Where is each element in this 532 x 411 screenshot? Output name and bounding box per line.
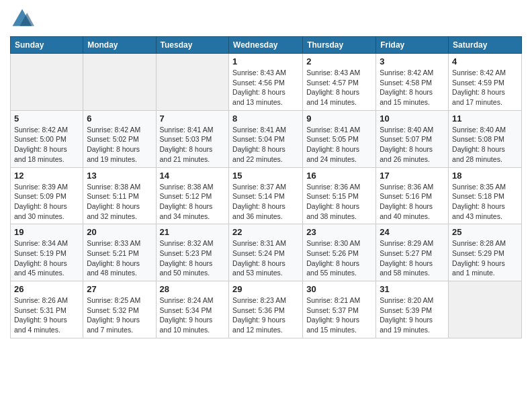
calendar-cell: 3Sunrise: 8:42 AMSunset: 4:58 PMDaylight… xyxy=(376,54,449,111)
calendar-cell: 7Sunrise: 8:41 AMSunset: 5:03 PMDaylight… xyxy=(156,110,229,167)
logo xyxy=(10,7,37,31)
day-number: 25 xyxy=(452,227,518,237)
calendar-cell: 16Sunrise: 8:36 AMSunset: 5:15 PMDayligh… xyxy=(303,167,376,224)
calendar-cell: 22Sunrise: 8:31 AMSunset: 5:24 PMDayligh… xyxy=(229,224,303,281)
calendar-cell: 26Sunrise: 8:26 AMSunset: 5:31 PMDayligh… xyxy=(11,281,83,338)
day-number: 28 xyxy=(160,284,226,294)
logo-icon xyxy=(10,7,34,31)
day-number: 15 xyxy=(232,171,299,181)
calendar-cell: 18Sunrise: 8:35 AMSunset: 5:18 PMDayligh… xyxy=(449,167,522,224)
calendar-cell: 30Sunrise: 8:21 AMSunset: 5:37 PMDayligh… xyxy=(303,281,376,338)
calendar-week-row: 26Sunrise: 8:26 AMSunset: 5:31 PMDayligh… xyxy=(11,281,522,338)
calendar-cell: 19Sunrise: 8:34 AMSunset: 5:19 PMDayligh… xyxy=(11,224,83,281)
calendar-header-sunday: Sunday xyxy=(11,37,83,54)
day-number: 22 xyxy=(232,227,299,237)
calendar-cell: 12Sunrise: 8:39 AMSunset: 5:09 PMDayligh… xyxy=(11,167,83,224)
day-info: Sunrise: 8:41 AMSunset: 5:03 PMDaylight:… xyxy=(160,125,226,165)
calendar-cell: 1Sunrise: 8:43 AMSunset: 4:56 PMDaylight… xyxy=(229,54,303,111)
day-number: 10 xyxy=(380,113,445,124)
calendar-header-monday: Monday xyxy=(83,37,156,54)
calendar-cell: 11Sunrise: 8:40 AMSunset: 5:08 PMDayligh… xyxy=(449,110,522,167)
day-info: Sunrise: 8:42 AMSunset: 5:00 PMDaylight:… xyxy=(14,125,79,165)
day-number: 23 xyxy=(306,227,372,237)
calendar-cell: 15Sunrise: 8:37 AMSunset: 5:14 PMDayligh… xyxy=(229,167,303,224)
calendar-cell: 20Sunrise: 8:33 AMSunset: 5:21 PMDayligh… xyxy=(83,224,156,281)
day-info: Sunrise: 8:42 AMSunset: 4:58 PMDaylight:… xyxy=(380,68,445,107)
calendar: SundayMondayTuesdayWednesdayThursdayFrid… xyxy=(10,36,522,338)
calendar-cell xyxy=(83,54,156,111)
day-number: 29 xyxy=(232,284,299,294)
calendar-week-row: 5Sunrise: 8:42 AMSunset: 5:00 PMDaylight… xyxy=(11,110,522,167)
day-number: 8 xyxy=(232,113,299,124)
calendar-header-row: SundayMondayTuesdayWednesdayThursdayFrid… xyxy=(11,37,522,54)
day-number: 27 xyxy=(87,284,152,294)
calendar-cell: 14Sunrise: 8:38 AMSunset: 5:12 PMDayligh… xyxy=(156,167,229,224)
day-number: 14 xyxy=(160,171,226,181)
day-info: Sunrise: 8:43 AMSunset: 4:57 PMDaylight:… xyxy=(306,68,372,107)
day-number: 20 xyxy=(87,227,152,237)
day-info: Sunrise: 8:24 AMSunset: 5:34 PMDaylight:… xyxy=(160,295,226,335)
calendar-header-friday: Friday xyxy=(376,37,449,54)
day-number: 18 xyxy=(452,171,518,181)
calendar-cell: 24Sunrise: 8:29 AMSunset: 5:27 PMDayligh… xyxy=(376,224,449,281)
day-number: 5 xyxy=(14,113,79,124)
day-number: 17 xyxy=(380,171,445,181)
day-info: Sunrise: 8:31 AMSunset: 5:24 PMDaylight:… xyxy=(232,238,299,278)
day-info: Sunrise: 8:36 AMSunset: 5:16 PMDaylight:… xyxy=(380,182,445,222)
calendar-week-row: 19Sunrise: 8:34 AMSunset: 5:19 PMDayligh… xyxy=(11,224,522,281)
day-number: 12 xyxy=(14,171,79,181)
calendar-cell: 10Sunrise: 8:40 AMSunset: 5:07 PMDayligh… xyxy=(376,110,449,167)
day-info: Sunrise: 8:21 AMSunset: 5:37 PMDaylight:… xyxy=(306,295,372,335)
calendar-header-saturday: Saturday xyxy=(449,37,522,54)
day-number: 31 xyxy=(380,284,445,294)
calendar-header-wednesday: Wednesday xyxy=(229,37,303,54)
calendar-week-row: 12Sunrise: 8:39 AMSunset: 5:09 PMDayligh… xyxy=(11,167,522,224)
day-number: 7 xyxy=(160,113,226,124)
day-info: Sunrise: 8:32 AMSunset: 5:23 PMDaylight:… xyxy=(160,238,226,278)
calendar-header-thursday: Thursday xyxy=(303,37,376,54)
day-info: Sunrise: 8:38 AMSunset: 5:12 PMDaylight:… xyxy=(160,182,226,222)
day-info: Sunrise: 8:30 AMSunset: 5:26 PMDaylight:… xyxy=(306,238,372,278)
day-info: Sunrise: 8:42 AMSunset: 5:02 PMDaylight:… xyxy=(87,125,152,165)
day-number: 26 xyxy=(14,284,79,294)
day-info: Sunrise: 8:25 AMSunset: 5:32 PMDaylight:… xyxy=(87,295,152,335)
calendar-cell: 28Sunrise: 8:24 AMSunset: 5:34 PMDayligh… xyxy=(156,281,229,338)
day-info: Sunrise: 8:37 AMSunset: 5:14 PMDaylight:… xyxy=(232,182,299,222)
day-info: Sunrise: 8:40 AMSunset: 5:07 PMDaylight:… xyxy=(380,125,445,165)
header xyxy=(10,7,522,31)
day-info: Sunrise: 8:39 AMSunset: 5:09 PMDaylight:… xyxy=(14,182,79,222)
day-number: 6 xyxy=(87,113,152,124)
calendar-cell: 13Sunrise: 8:38 AMSunset: 5:11 PMDayligh… xyxy=(83,167,156,224)
day-info: Sunrise: 8:43 AMSunset: 4:56 PMDaylight:… xyxy=(232,68,299,107)
day-info: Sunrise: 8:23 AMSunset: 5:36 PMDaylight:… xyxy=(232,295,299,335)
day-info: Sunrise: 8:26 AMSunset: 5:31 PMDaylight:… xyxy=(14,295,79,335)
calendar-cell xyxy=(11,54,83,111)
calendar-cell: 25Sunrise: 8:28 AMSunset: 5:29 PMDayligh… xyxy=(449,224,522,281)
calendar-cell: 17Sunrise: 8:36 AMSunset: 5:16 PMDayligh… xyxy=(376,167,449,224)
page: SundayMondayTuesdayWednesdayThursdayFrid… xyxy=(0,0,532,411)
calendar-week-row: 1Sunrise: 8:43 AMSunset: 4:56 PMDaylight… xyxy=(11,54,522,111)
day-number: 4 xyxy=(452,56,518,66)
calendar-cell: 8Sunrise: 8:41 AMSunset: 5:04 PMDaylight… xyxy=(229,110,303,167)
day-info: Sunrise: 8:20 AMSunset: 5:39 PMDaylight:… xyxy=(380,295,445,335)
calendar-cell: 2Sunrise: 8:43 AMSunset: 4:57 PMDaylight… xyxy=(303,54,376,111)
day-info: Sunrise: 8:33 AMSunset: 5:21 PMDaylight:… xyxy=(87,238,152,278)
day-number: 11 xyxy=(452,113,518,124)
day-info: Sunrise: 8:35 AMSunset: 5:18 PMDaylight:… xyxy=(452,182,518,222)
day-number: 3 xyxy=(380,56,445,66)
calendar-cell: 4Sunrise: 8:42 AMSunset: 4:59 PMDaylight… xyxy=(449,54,522,111)
day-info: Sunrise: 8:29 AMSunset: 5:27 PMDaylight:… xyxy=(380,238,445,278)
day-info: Sunrise: 8:38 AMSunset: 5:11 PMDaylight:… xyxy=(87,182,152,222)
calendar-cell xyxy=(156,54,229,111)
day-info: Sunrise: 8:41 AMSunset: 5:05 PMDaylight:… xyxy=(306,125,372,165)
calendar-cell: 31Sunrise: 8:20 AMSunset: 5:39 PMDayligh… xyxy=(376,281,449,338)
day-number: 21 xyxy=(160,227,226,237)
day-number: 24 xyxy=(380,227,445,237)
day-number: 16 xyxy=(306,171,372,181)
day-number: 1 xyxy=(232,56,299,66)
day-info: Sunrise: 8:34 AMSunset: 5:19 PMDaylight:… xyxy=(14,238,79,278)
day-number: 13 xyxy=(87,171,152,181)
day-number: 30 xyxy=(306,284,372,294)
calendar-cell: 9Sunrise: 8:41 AMSunset: 5:05 PMDaylight… xyxy=(303,110,376,167)
day-info: Sunrise: 8:42 AMSunset: 4:59 PMDaylight:… xyxy=(452,68,518,107)
